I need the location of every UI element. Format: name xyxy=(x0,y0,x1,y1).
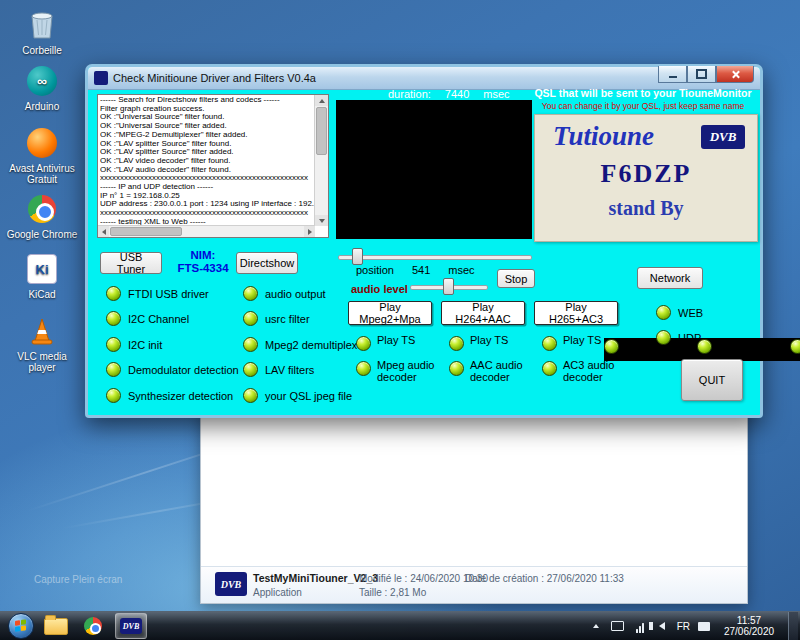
check-label: your QSL jpeg file xyxy=(265,390,352,402)
audio-decoder-row: AAC audio decoder xyxy=(449,360,529,383)
check-row-usrc-filter: usrc filter xyxy=(243,311,310,326)
taskbar-minitioune-button[interactable]: DVB xyxy=(115,613,147,639)
desktop-icon-label: VLC media player xyxy=(4,351,80,373)
check-row-udp: UDP xyxy=(656,330,701,345)
status-led xyxy=(106,337,121,352)
player-column-mpeg2: Play Mpeg2+Mpa Play TS Mpeg audio decode… xyxy=(348,301,436,383)
chrome-icon xyxy=(25,192,59,226)
screenshot-watermark: Capture Plein écran xyxy=(34,574,122,585)
close-button[interactable] xyxy=(716,66,754,83)
video-preview xyxy=(336,100,532,239)
recycle-bin-icon xyxy=(25,8,59,42)
audio-decoder-row: Mpeg audio decoder xyxy=(356,360,436,383)
desktop-icon-arduino[interactable]: ∞ Arduino xyxy=(4,64,80,112)
check-label: I2C Channel xyxy=(128,313,189,325)
scroll-down-icon[interactable] xyxy=(315,215,328,226)
desktop-icon-vlc[interactable]: VLC media player xyxy=(4,314,80,373)
check-row-lav-filters: LAV filters xyxy=(243,362,314,377)
duration-row: duration:7440msec xyxy=(388,88,524,100)
desktop-icon-recycle-bin[interactable]: Corbeille xyxy=(4,8,80,56)
nim-value: FTS-4334 xyxy=(162,262,244,275)
display-tray-icon[interactable] xyxy=(611,619,625,633)
app-window-icon xyxy=(94,71,108,85)
file-type: Application xyxy=(253,587,302,598)
audio-decoder-row: AC3 audio decoder xyxy=(542,360,622,383)
start-button[interactable] xyxy=(8,613,34,639)
audio-level-slider[interactable] xyxy=(410,277,488,295)
network-button[interactable]: Network xyxy=(637,267,703,289)
desktop-icon-label: Arduino xyxy=(4,101,80,112)
position-value: 541 xyxy=(412,264,430,276)
duration-unit: msec xyxy=(483,88,509,100)
log-vertical-scrollbar[interactable] xyxy=(314,95,328,226)
qsl-callsign: F6DZP xyxy=(535,159,757,189)
player-column-h265: Play H265+AC3 Play TS AC3 audio decoder … xyxy=(534,301,622,383)
log-horizontal-scrollbar[interactable] xyxy=(98,225,315,237)
audio-decoder-label: AAC audio decoder xyxy=(470,360,529,383)
folder-icon xyxy=(44,618,68,635)
web-label: WEB xyxy=(678,307,703,319)
status-led xyxy=(656,330,671,345)
desktop-icon-label: KiCad xyxy=(4,289,80,300)
show-desktop-button[interactable] xyxy=(788,612,798,640)
status-led xyxy=(790,339,800,354)
volume-tray-icon[interactable] xyxy=(655,619,669,633)
check-row-web: WEB xyxy=(656,305,703,320)
play-ts-row: Play TS xyxy=(449,335,529,351)
play-ts-row: Play TS xyxy=(542,335,622,351)
language-indicator[interactable]: FR xyxy=(677,621,690,632)
audio-decoder-label: AC3 audio decoder xyxy=(563,360,622,383)
position-row: position541msec xyxy=(356,264,493,276)
taskbar-chrome-button[interactable] xyxy=(78,614,108,638)
audio-level-label: audio level xyxy=(351,283,408,295)
status-led xyxy=(356,361,371,376)
qsl-status: stand By xyxy=(535,197,757,220)
desktop-icon-kicad[interactable]: Ki KiCad xyxy=(4,252,80,300)
play-h264-button[interactable]: Play H264+AAC xyxy=(441,301,525,325)
quit-button[interactable]: QUIT xyxy=(681,359,743,401)
audio-level-slider-thumb[interactable] xyxy=(443,278,454,295)
taskbar-clock[interactable]: 11:57 27/06/2020 xyxy=(718,615,780,637)
scroll-left-icon[interactable] xyxy=(98,226,109,237)
position-slider[interactable] xyxy=(338,247,532,265)
play-mpeg2-button[interactable]: Play Mpeg2+Mpa xyxy=(348,301,432,325)
check-label: Synthesizer detection xyxy=(128,390,233,402)
nim-label: NIM: xyxy=(162,249,244,262)
network-tray-icon[interactable] xyxy=(633,619,647,633)
status-led xyxy=(106,311,121,326)
minimize-button[interactable] xyxy=(658,66,687,83)
check-label: Demodulator detection xyxy=(128,364,239,376)
directshow-button[interactable]: Directshow xyxy=(236,252,298,274)
usb-tuner-button[interactable]: USB Tuner xyxy=(100,252,162,274)
log-textbox[interactable]: ------ Search for Directshow filters and… xyxy=(97,94,329,238)
scrollbar-thumb[interactable] xyxy=(110,227,182,236)
status-led xyxy=(243,286,258,301)
dvb-app-icon: DVB xyxy=(120,618,142,634)
position-slider-thumb[interactable] xyxy=(352,248,363,265)
status-led xyxy=(106,286,121,301)
desktop-icon-avast[interactable]: Avast Antivirus Gratuit xyxy=(4,126,80,185)
scrollbar-thumb[interactable] xyxy=(316,107,327,155)
maximize-button[interactable] xyxy=(687,66,716,83)
windows-flag-icon xyxy=(15,619,27,633)
dvb-logo: DVB xyxy=(701,125,745,149)
hidden-icons-chevron-icon[interactable] xyxy=(589,619,603,633)
status-led xyxy=(106,362,121,377)
video-decoder-row: H265 video decoder xyxy=(790,338,800,361)
scroll-right-icon[interactable] xyxy=(304,226,315,237)
play-ts-label: Play TS xyxy=(563,335,601,347)
check-label: usrc filter xyxy=(265,313,310,325)
status-led xyxy=(356,336,371,351)
arduino-icon: ∞ xyxy=(25,64,59,98)
stop-button[interactable]: Stop xyxy=(497,269,535,288)
play-h265-button[interactable]: Play H265+AC3 xyxy=(534,301,618,325)
taskbar-explorer-button[interactable] xyxy=(41,614,71,638)
play-ts-label: Play TS xyxy=(377,335,415,347)
explorer-window: DVB TestMyMiniTiouner_V2_3 Modifié le : … xyxy=(200,408,748,604)
file-created-date: Date de création : 27/06/2020 11:33 xyxy=(465,573,624,584)
nim-info: NIM: FTS-4334 xyxy=(162,249,244,275)
scroll-up-icon[interactable] xyxy=(315,95,328,106)
keyboard-layout-icon[interactable] xyxy=(698,622,710,631)
status-led xyxy=(542,361,557,376)
desktop-icon-chrome[interactable]: Google Chrome xyxy=(4,192,80,240)
